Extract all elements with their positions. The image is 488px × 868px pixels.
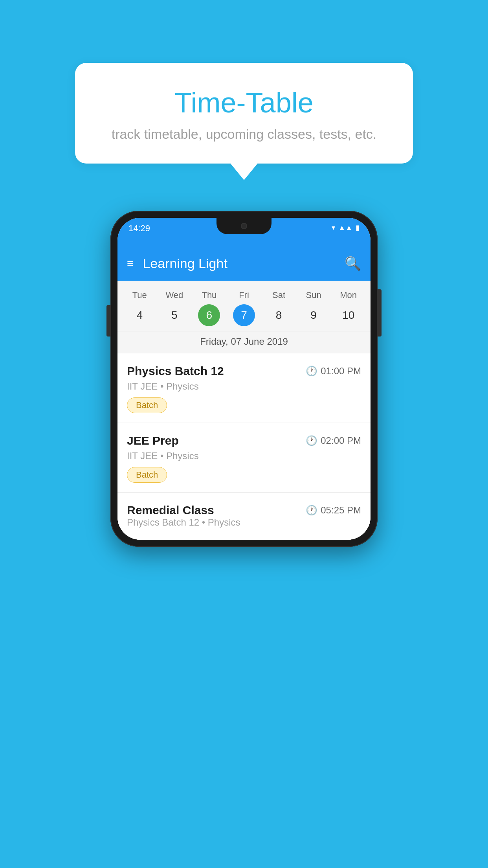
bubble-title: Time-Table: [106, 86, 382, 119]
item-subtitle: IIT JEE • Physics: [127, 451, 361, 462]
search-icon[interactable]: 🔍: [345, 256, 361, 271]
schedule-item-partial[interactable]: Remedial Class 🕐 05:25 PM Physics Batch …: [117, 493, 371, 540]
day-number[interactable]: 7: [233, 304, 255, 326]
day-label: Mon: [340, 290, 357, 300]
app-toolbar: ≡ Learning Light 🔍: [117, 246, 371, 281]
clock-icon: 🕐: [306, 366, 317, 377]
battery-icon: ▮: [356, 223, 360, 232]
clock-icon: 🕐: [306, 435, 317, 446]
camera-dot: [241, 223, 247, 229]
day-label: Tue: [132, 290, 147, 300]
item-title: Physics Batch 12: [127, 364, 224, 378]
status-bar: 14:29 ▾ ▲▲ ▮: [117, 218, 371, 246]
time-value: 01:00 PM: [321, 366, 361, 377]
item-time: 🕐 05:25 PM: [306, 505, 361, 516]
day-col-sun[interactable]: Sun9: [300, 290, 327, 326]
item-title: JEE Prep: [127, 434, 179, 447]
day-number[interactable]: 4: [128, 304, 150, 326]
signal-icon: ▲▲: [338, 224, 352, 232]
day-number[interactable]: 5: [163, 304, 185, 326]
phone-mockup: 14:29 ▾ ▲▲ ▮ ≡ Learning Light 🔍: [110, 211, 378, 547]
day-label: Wed: [165, 290, 183, 300]
speech-bubble-area: Time-Table track timetable, upcoming cla…: [0, 63, 488, 164]
day-label: Fri: [239, 290, 249, 300]
day-number[interactable]: 10: [338, 304, 360, 326]
day-col-mon[interactable]: Mon10: [335, 290, 362, 326]
schedule-item[interactable]: Physics Batch 12 🕐 01:00 PM IIT JEE • Ph…: [117, 353, 371, 423]
day-label: Sun: [306, 290, 321, 300]
notch-cutout: [216, 218, 272, 234]
item-subtitle: Physics Batch 12 • Physics: [127, 517, 361, 528]
phone-screen: 14:29 ▾ ▲▲ ▮ ≡ Learning Light 🔍: [117, 218, 371, 540]
item-title: Remedial Class: [127, 504, 214, 517]
toolbar-title: Learning Light: [143, 256, 345, 271]
schedule-list: Physics Batch 12 🕐 01:00 PM IIT JEE • Ph…: [117, 353, 371, 540]
date-label: Friday, 07 June 2019: [117, 331, 371, 353]
item-time: 🕐 01:00 PM: [306, 366, 361, 377]
time-value: 02:00 PM: [321, 435, 361, 446]
speech-bubble: Time-Table track timetable, upcoming cla…: [75, 63, 413, 164]
schedule-item[interactable]: JEE Prep 🕐 02:00 PM IIT JEE • Physics Ba…: [117, 423, 371, 493]
days-row: Tue4Wed5Thu6Fri7Sat8Sun9Mon10: [117, 287, 371, 329]
time-value: 05:25 PM: [321, 505, 361, 516]
day-col-wed[interactable]: Wed5: [161, 290, 188, 326]
status-icons: ▾ ▲▲ ▮: [332, 223, 360, 232]
batch-badge: Batch: [127, 397, 167, 413]
day-number[interactable]: 6: [198, 304, 220, 326]
status-time: 14:29: [128, 223, 150, 234]
calendar-section: Tue4Wed5Thu6Fri7Sat8Sun9Mon10 Friday, 07…: [117, 281, 371, 353]
bubble-subtitle: track timetable, upcoming classes, tests…: [106, 127, 382, 142]
item-time: 🕐 02:00 PM: [306, 435, 361, 446]
day-label: Thu: [202, 290, 216, 300]
batch-badge: Batch: [127, 467, 167, 483]
wifi-icon: ▾: [332, 223, 335, 232]
day-col-fri[interactable]: Fri7: [231, 290, 257, 326]
day-number[interactable]: 9: [303, 304, 325, 326]
partial-row: Remedial Class 🕐 05:25 PM: [127, 504, 361, 517]
item-header: JEE Prep 🕐 02:00 PM: [127, 434, 361, 447]
item-header: Physics Batch 12 🕐 01:00 PM: [127, 364, 361, 378]
day-number[interactable]: 8: [268, 304, 290, 326]
item-subtitle: IIT JEE • Physics: [127, 381, 361, 392]
hamburger-icon[interactable]: ≡: [127, 257, 133, 270]
day-col-sat[interactable]: Sat8: [266, 290, 292, 326]
day-label: Sat: [272, 290, 285, 300]
phone-outer: 14:29 ▾ ▲▲ ▮ ≡ Learning Light 🔍: [110, 211, 378, 547]
day-col-thu[interactable]: Thu6: [196, 290, 222, 326]
clock-icon: 🕐: [306, 505, 317, 516]
day-col-tue[interactable]: Tue4: [126, 290, 153, 326]
